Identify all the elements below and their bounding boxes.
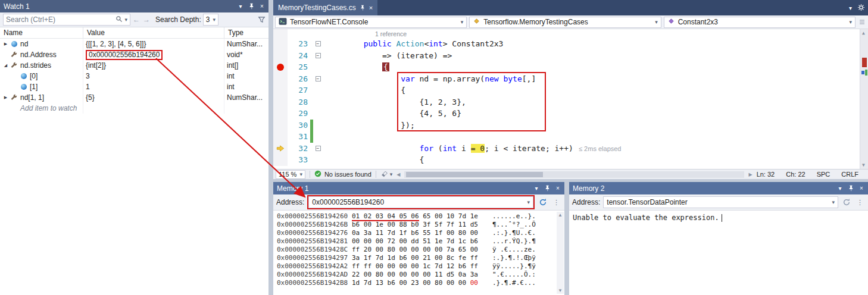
document-health-indicator[interactable]: No issues found bbox=[314, 170, 371, 178]
vertical-scrollbar[interactable]: ▲ ▼ bbox=[860, 29, 868, 169]
filter-icon[interactable] bbox=[258, 16, 266, 23]
pin-icon[interactable] bbox=[246, 1, 257, 11]
scroll-up-icon[interactable]: ▲ bbox=[558, 212, 563, 218]
memory1-header[interactable]: Memory 1 ▾ × bbox=[273, 182, 564, 194]
pin-icon[interactable] bbox=[542, 183, 552, 193]
memory-row[interactable]: 0x000002556B1942AD22 00 80 00 00 00 00 1… bbox=[277, 271, 564, 279]
zoom-select[interactable]: 115 % ▾ bbox=[276, 170, 305, 179]
breakpoint-margin[interactable] bbox=[273, 38, 288, 50]
horizontal-scrollbar[interactable] bbox=[404, 171, 744, 178]
breakpoint-margin[interactable] bbox=[273, 108, 288, 120]
dropdown-icon[interactable]: ▾ bbox=[832, 199, 835, 205]
breakpoint-dot[interactable] bbox=[277, 64, 284, 71]
memory2-header[interactable]: Memory 2 ▾ × bbox=[569, 182, 868, 194]
search-options-dropdown-icon[interactable]: ▾ bbox=[124, 17, 127, 23]
settings-gear-icon[interactable] bbox=[857, 4, 865, 12]
watch-row[interactable]: ◢nd.strides{int[2]}int[] bbox=[0, 60, 268, 71]
toolbar-overflow-icon[interactable]: ⋮ bbox=[551, 199, 561, 206]
toolbar-overflow-icon[interactable]: ⋮ bbox=[855, 199, 865, 206]
codelens-references[interactable]: 1 reference bbox=[375, 30, 407, 37]
tab-pin-icon[interactable] bbox=[360, 5, 366, 11]
tab-close-icon[interactable]: × bbox=[369, 4, 373, 11]
watch-row[interactable]: [1]1int bbox=[0, 81, 268, 92]
fold-collapse-icon[interactable]: − bbox=[316, 146, 321, 151]
code-line[interactable]: 30 }); bbox=[273, 120, 868, 131]
breakpoint-margin[interactable] bbox=[273, 73, 288, 85]
code-line[interactable]: 33 { bbox=[273, 154, 868, 166]
refresh-icon[interactable] bbox=[538, 198, 548, 206]
breakpoint-margin[interactable] bbox=[273, 29, 288, 38]
memory-row[interactable]: 0x000002556B19428100 00 00 72 00 dd 51 1… bbox=[277, 237, 564, 246]
search-previous-icon[interactable]: ← bbox=[132, 15, 140, 24]
close-icon[interactable]: × bbox=[856, 183, 867, 193]
type-dropdown[interactable]: Tensorflow.MemoryTestingCases ▾ bbox=[469, 17, 661, 28]
code-line[interactable]: 32− for (int i = 0; i < iterate; i++) ≤ … bbox=[273, 143, 868, 155]
expander-collapsed-icon[interactable]: ▶ bbox=[2, 95, 10, 100]
search-input[interactable]: Search (Ctrl+E) ▾ bbox=[3, 14, 130, 26]
watch-row[interactable]: Add item to watch bbox=[0, 103, 268, 114]
memory-row[interactable]: 0x000002556B1942760a 3a 11 7d 1f b6 55 1… bbox=[277, 229, 564, 237]
breakpoint-margin[interactable] bbox=[273, 120, 288, 131]
fold-margin[interactable]: − bbox=[313, 50, 323, 62]
window-position-dropdown-icon[interactable]: ▾ bbox=[531, 183, 542, 193]
column-header-value[interactable]: Value bbox=[83, 27, 224, 38]
code-line[interactable]: 28 {1, 2, 3}, bbox=[273, 96, 868, 108]
memory-row[interactable]: 0x000002556B1942A2ff ff 00 00 00 00 1c 7… bbox=[277, 262, 564, 271]
close-icon[interactable]: × bbox=[257, 1, 267, 11]
tab-list-dropdown-icon[interactable]: ▾ bbox=[849, 5, 852, 11]
watch-panel-header[interactable]: Watch 1 ▾ × bbox=[0, 0, 268, 12]
column-header-type[interactable]: Type bbox=[224, 27, 268, 38]
memory-row[interactable]: 0x000002556B19426Bb6 00 1e 00 88 b0 3f 5… bbox=[277, 221, 564, 229]
search-icon[interactable] bbox=[115, 15, 123, 24]
code-line[interactable]: 23− public Action<int> Constant2x3 bbox=[273, 38, 868, 50]
breakpoint-margin[interactable] bbox=[273, 50, 288, 62]
breakpoint-margin[interactable] bbox=[273, 84, 288, 96]
memory-row[interactable]: 0x000002556B19428Cff 20 00 80 00 00 00 0… bbox=[277, 246, 564, 254]
expander-expanded-icon[interactable]: ◢ bbox=[2, 63, 10, 68]
memory1-scrollbar[interactable]: ▲ ▼ bbox=[557, 212, 564, 294]
code-line[interactable]: 25 { bbox=[273, 61, 868, 73]
column-header-name[interactable]: Name bbox=[0, 27, 83, 38]
tab-memorytestingcases[interactable]: MemoryTestingCases.cs × bbox=[273, 0, 377, 15]
scroll-down-icon[interactable]: ▼ bbox=[558, 288, 563, 293]
project-dropdown[interactable]: TensorFlowNET.Console ▾ bbox=[275, 17, 467, 28]
dropdown-icon[interactable]: ▾ bbox=[527, 199, 530, 205]
expander-collapsed-icon[interactable]: ▶ bbox=[2, 42, 10, 46]
memory-row[interactable]: 0x000002556B1942B81d 7d 13 b6 00 23 00 8… bbox=[277, 279, 564, 287]
breakpoint-margin[interactable] bbox=[273, 131, 288, 143]
watch-row[interactable]: [0]3int bbox=[0, 71, 268, 81]
code-line[interactable]: 27 { bbox=[273, 84, 868, 96]
fold-margin[interactable]: − bbox=[313, 73, 323, 85]
search-depth-select[interactable]: 3 ▾ bbox=[203, 14, 218, 26]
watch-row[interactable]: ▶nd[1, 1]{5}NumShar... bbox=[0, 92, 268, 103]
window-position-dropdown-icon[interactable]: ▾ bbox=[235, 1, 246, 11]
horizontal-scrollbar-thumb[interactable] bbox=[406, 172, 543, 177]
breakpoint-margin[interactable] bbox=[273, 154, 288, 166]
close-icon[interactable]: × bbox=[552, 183, 563, 193]
current-statement-arrow-icon[interactable] bbox=[273, 143, 288, 155]
memory1-rows[interactable]: 0x000002556B19426001 02 03 04 05 06 65 0… bbox=[273, 211, 564, 295]
scroll-down-icon[interactable]: ▼ bbox=[862, 162, 865, 168]
memory2-address-input[interactable]: tensor.TensorDataPointer ▾ bbox=[603, 196, 838, 208]
breakpoint-indicator[interactable] bbox=[273, 61, 288, 73]
watch-row[interactable]: ▶nd{[[1, 2, 3], [4, 5, 6]]}NumShar... bbox=[0, 39, 268, 49]
memory1-address-input[interactable]: 0x000002556B194260 ▾ bbox=[308, 196, 533, 208]
watch-row[interactable]: nd.Address0x000002556b194260void* bbox=[0, 49, 268, 60]
editor-split-grip-icon[interactable] bbox=[858, 18, 866, 26]
fold-collapse-icon[interactable]: − bbox=[316, 76, 321, 81]
code-editor[interactable]: 1 reference23− public Action<int> Consta… bbox=[273, 29, 868, 169]
code-line[interactable]: 29 {4, 5, 6} bbox=[273, 108, 868, 120]
search-next-icon[interactable]: → bbox=[142, 15, 151, 24]
window-position-dropdown-icon[interactable]: ▾ bbox=[835, 183, 845, 193]
member-dropdown[interactable]: Constant2x3 ▾ bbox=[664, 17, 855, 28]
memory-row[interactable]: 0x000002556B19426001 02 03 04 05 06 65 0… bbox=[277, 212, 564, 221]
code-cleanup-icon[interactable]: ▾ bbox=[380, 171, 393, 178]
code-line[interactable]: 24− => (iterate) => bbox=[273, 50, 868, 62]
breakpoint-margin[interactable] bbox=[273, 96, 288, 108]
fold-margin[interactable]: − bbox=[313, 38, 323, 50]
scroll-left-icon[interactable]: ◀ bbox=[396, 172, 400, 177]
code-line[interactable]: 26− var nd = np.array(new byte[,] bbox=[273, 73, 868, 85]
fold-collapse-icon[interactable]: − bbox=[316, 53, 321, 58]
pin-icon[interactable] bbox=[845, 183, 856, 193]
fold-collapse-icon[interactable]: − bbox=[316, 41, 321, 46]
